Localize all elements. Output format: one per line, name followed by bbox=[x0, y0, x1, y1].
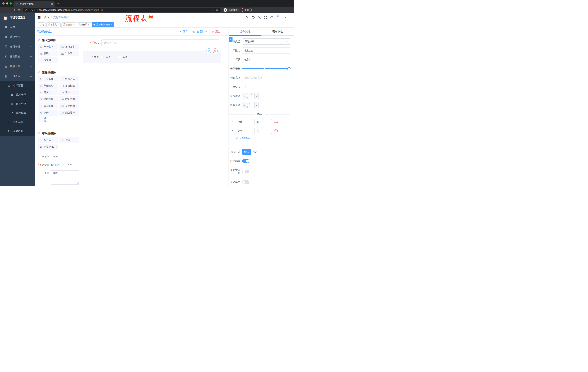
label-width-input[interactable]: 请输入标签宽度 bbox=[242, 75, 290, 81]
palette-item-checkbox-group[interactable]: 多选框组 bbox=[59, 83, 79, 89]
palette-item-slider[interactable]: 滑块 bbox=[59, 90, 79, 95]
gender-option2-label[interactable]: 选项二 bbox=[122, 55, 130, 59]
status-on-radio[interactable] bbox=[51, 164, 53, 166]
sidebar-item-infra[interactable]: 基础设施 bbox=[0, 52, 35, 62]
home-icon[interactable] bbox=[18, 9, 21, 12]
disabled-toggle[interactable] bbox=[242, 180, 249, 184]
default-value-input[interactable]: 1 bbox=[242, 84, 290, 90]
plus-icon[interactable]: + bbox=[254, 102, 258, 108]
palette-item-select[interactable]: 下拉选择 bbox=[38, 76, 58, 82]
show-label-toggle[interactable] bbox=[242, 159, 249, 163]
duplicate-component-button[interactable] bbox=[207, 48, 211, 53]
sidebar-item-user-group[interactable]: 用户分组 bbox=[0, 99, 35, 108]
sidebar-item-process-mgmt[interactable]: 流程管理 bbox=[0, 81, 35, 90]
max-select-input[interactable]: 最多可选 bbox=[246, 102, 254, 108]
address-bar[interactable]: 不安全 dashboard.yudao.iocoder.cn/bpm/manag… bbox=[23, 8, 221, 12]
gender-option2-checkbox[interactable] bbox=[118, 56, 121, 58]
sidebar-item-system[interactable]: 系统管理 bbox=[0, 32, 35, 42]
palette-item-upload[interactable]: 上传 bbox=[38, 117, 47, 122]
minus-icon[interactable]: − bbox=[242, 93, 246, 99]
not-secure-label[interactable]: 不安全 bbox=[29, 9, 36, 12]
gender-option1-checkbox[interactable] bbox=[101, 56, 104, 58]
option2-name-input[interactable]: 选项二 bbox=[236, 128, 253, 134]
palette-item-switch[interactable]: 开关 bbox=[38, 90, 58, 95]
chrome-dropdown-caret-icon[interactable]: ▼ bbox=[259, 9, 261, 11]
sidebar-item-devtools[interactable]: 研发工具 bbox=[0, 62, 35, 71]
status-on-label[interactable]: 开启 bbox=[55, 163, 60, 167]
palette-item-rate[interactable]: 评分 bbox=[38, 110, 58, 116]
sidebar-item-process-form[interactable]: 流程表单 bbox=[0, 90, 35, 99]
github-icon[interactable] bbox=[252, 16, 255, 19]
title-input[interactable]: 性别 bbox=[242, 57, 290, 63]
minus-icon[interactable]: − bbox=[242, 102, 246, 108]
drag-handle-icon[interactable] bbox=[231, 121, 234, 124]
url-text[interactable]: dashboard.yudao.iocoder.cn/bpm/manager/f… bbox=[39, 9, 103, 11]
slider-handle[interactable] bbox=[287, 67, 291, 70]
style-button-button[interactable]: 按钮 bbox=[251, 149, 259, 155]
forward-icon[interactable] bbox=[7, 9, 10, 12]
tab-close-icon[interactable]: ✕ bbox=[51, 2, 53, 5]
palette-item-color-picker[interactable]: 颜色选择 bbox=[59, 110, 79, 116]
canvas-field-gender-selected[interactable]: 性别 选项一 选项二 bbox=[83, 51, 221, 63]
hamburger-icon[interactable] bbox=[37, 16, 41, 19]
palette-item-time-picker[interactable]: 时间选择 bbox=[38, 96, 58, 102]
avatar-dropdown-caret-icon[interactable]: ▼ bbox=[285, 17, 287, 19]
palette-item-editor[interactable]: 编辑器 bbox=[38, 57, 58, 63]
form-grid-slider[interactable] bbox=[242, 66, 290, 72]
sidebar-item-workflow[interactable]: 工作流程 bbox=[0, 71, 35, 81]
drag-handle-icon[interactable] bbox=[231, 129, 234, 132]
tag-process-form-edit[interactable]: 流程表单-编辑× bbox=[92, 22, 114, 27]
border-toggle[interactable] bbox=[242, 170, 249, 173]
option1-value-input[interactable]: 男 bbox=[254, 119, 272, 125]
link-handle[interactable] bbox=[229, 37, 232, 42]
fullscreen-icon[interactable] bbox=[264, 16, 267, 19]
palette-item-date-range[interactable]: 日期范围 bbox=[59, 103, 79, 109]
browser-menu-icon[interactable]: ⋮ bbox=[254, 9, 256, 11]
tag-close-icon[interactable]: × bbox=[111, 24, 112, 26]
password-key-icon[interactable] bbox=[211, 9, 214, 11]
palette-item-row-container[interactable]: 行容器 bbox=[38, 137, 58, 143]
phone-field-input[interactable]: 请输入手机号 bbox=[101, 40, 219, 46]
option1-name-input[interactable]: 选项一 bbox=[236, 119, 253, 125]
view-json-button[interactable]: 查看json bbox=[192, 30, 207, 33]
form-canvas[interactable]: 手机号 请输入手机号 性别 选项一 选项二 bbox=[81, 36, 229, 186]
close-window-button[interactable] bbox=[2, 2, 5, 5]
field-name-input[interactable]: field122 bbox=[242, 47, 290, 54]
status-off-label[interactable]: 关闭 bbox=[67, 163, 72, 167]
browser-tab[interactable]: 芋道管理系统 ✕ bbox=[13, 1, 55, 7]
remove-option-icon[interactable] bbox=[274, 120, 278, 125]
update-button[interactable]: 更新 bbox=[242, 8, 252, 12]
component-type-select[interactable]: 多选框组 bbox=[242, 38, 290, 45]
palette-item-button[interactable]: 按钮 bbox=[59, 137, 79, 143]
breadcrumb-home[interactable]: 首页 bbox=[44, 16, 49, 19]
tag-home[interactable]: 首页 bbox=[38, 22, 45, 27]
tag-close-icon[interactable]: × bbox=[73, 24, 74, 26]
bookmark-star-icon[interactable] bbox=[216, 9, 219, 11]
avatar[interactable] bbox=[276, 14, 282, 21]
plus-icon[interactable]: + bbox=[254, 93, 258, 99]
zoom-window-button[interactable] bbox=[10, 2, 12, 5]
palette-item-single-text[interactable]: 单行文本 bbox=[38, 44, 58, 50]
form-name-input[interactable]: biubiu bbox=[51, 154, 79, 159]
tag-process-model[interactable]: 流程模型× bbox=[62, 22, 76, 27]
sidebar-item-process-model[interactable]: 流程模型 bbox=[0, 108, 35, 117]
gender-option1-label[interactable]: 选项一 bbox=[105, 55, 113, 59]
canvas-field-phone[interactable]: 手机号 请输入手机号 bbox=[83, 40, 219, 46]
palette-item-multi-text[interactable]: 多行文本 bbox=[59, 44, 79, 50]
tab-component-props[interactable]: 组件属性 bbox=[229, 28, 262, 35]
back-icon[interactable] bbox=[2, 9, 5, 12]
resize-grip[interactable] bbox=[77, 182, 79, 184]
option2-value-input[interactable]: 女 bbox=[254, 128, 272, 134]
form-remark-textarea[interactable]: 嘿嘿 bbox=[51, 170, 79, 185]
reload-icon[interactable] bbox=[12, 9, 15, 11]
style-default-button[interactable]: 默认 bbox=[242, 149, 251, 155]
remove-option-icon[interactable] bbox=[274, 129, 278, 133]
sidebar-item-payment[interactable]: ¥ 支付管理 bbox=[0, 42, 35, 52]
minimize-window-button[interactable] bbox=[6, 2, 8, 5]
save-button[interactable]: 保存 bbox=[179, 30, 188, 33]
delete-component-button[interactable] bbox=[213, 48, 218, 53]
status-off-radio[interactable] bbox=[63, 164, 66, 166]
add-option-button[interactable]: 添加选项 bbox=[235, 137, 290, 140]
sidebar-item-task-mgmt[interactable]: 任务管理 bbox=[0, 117, 35, 127]
not-secure-warning-icon[interactable] bbox=[25, 9, 28, 11]
